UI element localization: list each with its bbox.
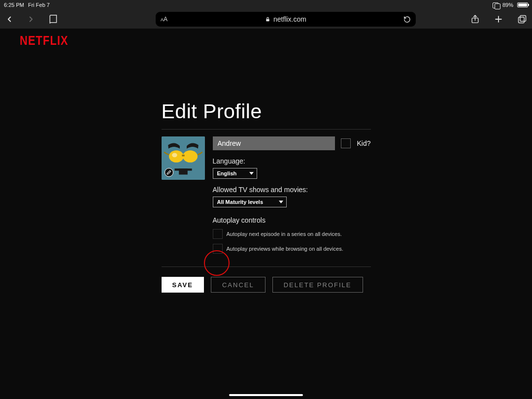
- divider: [162, 266, 371, 267]
- svg-point-10: [172, 153, 177, 157]
- battery-icon: [516, 2, 528, 7]
- svg-point-8: [183, 150, 198, 163]
- browser-toolbar: AA netflix.com: [0, 10, 532, 29]
- text-size-icon[interactable]: AA: [161, 16, 167, 23]
- edit-profile-panel: Edit Profile: [162, 100, 371, 293]
- edit-avatar-icon[interactable]: [165, 168, 173, 177]
- svg-rect-9: [182, 155, 184, 157]
- svg-marker-14: [279, 200, 283, 203]
- back-icon[interactable]: [5, 15, 14, 24]
- autoplay-next-label: Autoplay next episode in a series on all…: [227, 231, 342, 237]
- status-date: Fri Feb 7: [28, 2, 50, 8]
- autoplay-previews-checkbox[interactable]: [213, 244, 223, 254]
- address-bar[interactable]: AA netflix.com: [156, 12, 416, 27]
- chevron-down-icon: [279, 200, 283, 203]
- tabs-icon[interactable]: [517, 14, 527, 24]
- page-content: NETFLIX Edit Profile: [0, 29, 532, 399]
- autoplay-previews-label: Autoplay previews while browsing on all …: [227, 246, 343, 252]
- battery-percent: 89%: [502, 2, 513, 8]
- kid-label: Kid?: [357, 139, 370, 147]
- maturity-select[interactable]: All Maturity levels: [213, 197, 287, 207]
- new-tab-icon[interactable]: [494, 14, 503, 24]
- url-host: netflix.com: [273, 15, 306, 23]
- netflix-header: NETFLIX: [0, 29, 532, 53]
- maturity-value: All Maturity levels: [217, 199, 264, 205]
- page-title: Edit Profile: [162, 100, 371, 123]
- privacy-report-icon: [493, 2, 499, 7]
- svg-rect-12: [174, 168, 192, 170]
- maturity-label: Allowed TV shows and movies:: [213, 186, 371, 194]
- language-value: English: [217, 170, 237, 176]
- share-icon[interactable]: [470, 14, 480, 24]
- bookmarks-icon[interactable]: [48, 14, 58, 24]
- autoplay-title: Autoplay controls: [213, 216, 371, 224]
- netflix-logo[interactable]: NETFLIX: [20, 33, 68, 48]
- lock-icon: [265, 16, 270, 22]
- profile-name-input[interactable]: [213, 136, 335, 150]
- cancel-button[interactable]: CANCEL: [211, 277, 266, 293]
- kid-checkbox[interactable]: [341, 138, 351, 148]
- delete-profile-button[interactable]: DELETE PROFILE: [272, 277, 363, 293]
- chevron-down-icon: [249, 172, 254, 175]
- language-select[interactable]: English: [213, 168, 257, 179]
- svg-marker-13: [249, 172, 254, 174]
- svg-rect-0: [266, 19, 269, 22]
- status-time: 6:25 PM: [4, 2, 24, 8]
- svg-rect-4: [520, 16, 526, 22]
- home-indicator[interactable]: [229, 394, 303, 396]
- svg-rect-5: [519, 17, 525, 23]
- language-label: Language:: [213, 157, 371, 165]
- autoplay-next-checkbox[interactable]: [213, 229, 223, 239]
- save-button[interactable]: SAVE: [162, 277, 204, 293]
- reload-icon[interactable]: [403, 16, 411, 23]
- avatar-container[interactable]: [162, 136, 205, 180]
- status-bar: 6:25 PM Fri Feb 7 89%: [0, 0, 532, 10]
- divider: [162, 129, 371, 130]
- forward-icon[interactable]: [27, 15, 35, 24]
